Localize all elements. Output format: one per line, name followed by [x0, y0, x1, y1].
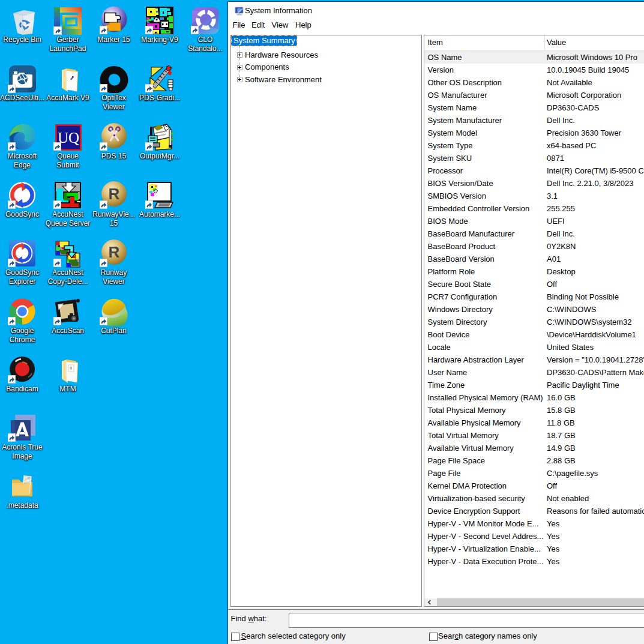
svg-text:R: R — [108, 243, 119, 261]
svg-text:R: R — [108, 185, 119, 203]
